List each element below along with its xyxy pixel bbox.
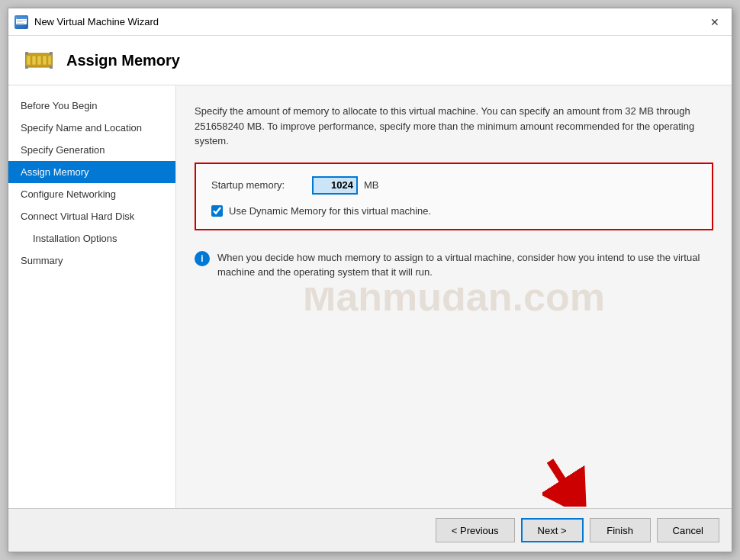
svg-rect-1 <box>16 17 27 19</box>
sidebar-item-before-you-begin[interactable]: Before You Begin <box>8 95 175 117</box>
svg-rect-2 <box>17 20 26 21</box>
svg-rect-13 <box>25 66 28 69</box>
sidebar-item-hard-disk[interactable]: Connect Virtual Hard Disk <box>8 205 175 227</box>
sidebar-item-installation[interactable]: Installation Options <box>8 227 175 249</box>
memory-input[interactable] <box>312 176 358 195</box>
window-title: New Virtual Machine Wizard <box>34 16 704 27</box>
main-wrapper: Before You Begin Specify Name and Locati… <box>8 85 732 508</box>
main-content: Mahmudan.com Specify the amount of memor… <box>176 85 732 508</box>
page-header: Assign Memory <box>8 36 732 85</box>
memory-icon <box>24 48 54 72</box>
info-icon: i <box>195 251 210 266</box>
window-icon <box>14 15 28 29</box>
titlebar: New Virtual Machine Wizard ✕ <box>8 8 732 36</box>
svg-rect-10 <box>48 56 51 65</box>
content-area: Before You Begin Specify Name and Locati… <box>8 85 732 508</box>
sidebar-item-networking[interactable]: Configure Networking <box>8 183 175 205</box>
finish-button[interactable]: Finish <box>590 518 651 542</box>
svg-rect-14 <box>50 66 53 69</box>
sidebar-item-name-location[interactable]: Specify Name and Location <box>8 117 175 139</box>
memory-box: Startup memory: MB Use Dynamic Memory fo… <box>195 163 713 230</box>
svg-rect-9 <box>43 56 47 65</box>
cancel-button[interactable]: Cancel <box>657 518 719 542</box>
svg-rect-11 <box>25 52 28 55</box>
info-text: When you decide how much memory to assig… <box>217 250 713 280</box>
svg-rect-4 <box>17 23 24 24</box>
dynamic-memory-row: Use Dynamic Memory for this virtual mach… <box>211 205 697 217</box>
svg-rect-12 <box>50 52 53 55</box>
dynamic-memory-label[interactable]: Use Dynamic Memory for this virtual mach… <box>229 205 431 217</box>
startup-memory-label: Startup memory: <box>211 179 303 191</box>
info-box: i When you decide how much memory to ass… <box>195 243 713 288</box>
dynamic-memory-checkbox[interactable] <box>211 205 223 217</box>
description-text: Specify the amount of memory to allocate… <box>195 104 713 149</box>
sidebar-item-assign-memory[interactable]: Assign Memory <box>8 161 175 183</box>
next-button[interactable]: Next > <box>521 518 584 542</box>
close-button[interactable]: ✕ <box>704 11 726 33</box>
sidebar-item-summary[interactable]: Summary <box>8 249 175 272</box>
svg-rect-8 <box>37 56 41 65</box>
arrow-indicator <box>542 457 588 507</box>
svg-rect-6 <box>27 56 31 65</box>
window: New Virtual Machine Wizard ✕ Assign Memo… <box>8 8 732 552</box>
footer: < Previous Next > Finish Cancel <box>8 508 732 552</box>
page-title: Assign Memory <box>66 52 180 69</box>
startup-row: Startup memory: MB <box>211 176 697 195</box>
sidebar-item-generation[interactable]: Specify Generation <box>8 139 175 161</box>
mb-label: MB <box>364 179 379 191</box>
svg-line-16 <box>550 461 574 499</box>
svg-rect-3 <box>17 21 23 22</box>
previous-button[interactable]: < Previous <box>436 518 515 542</box>
svg-rect-7 <box>32 56 36 65</box>
sidebar: Before You Begin Specify Name and Locati… <box>8 85 176 508</box>
